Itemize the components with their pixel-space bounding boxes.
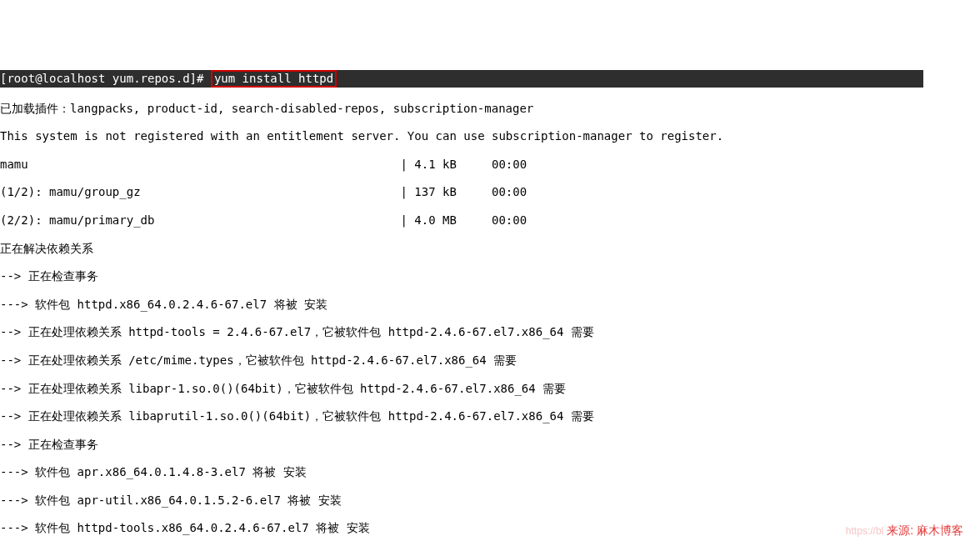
shell-prompt: [root@localhost yum.repos.d]# [0, 72, 211, 85]
output-line: --> 正在处理依赖关系 libaprutil-1.so.0()(64bit)，… [0, 409, 980, 423]
output-line: ---> 软件包 httpd.x86_64.0.2.4.6-67.el7 将被 … [0, 298, 980, 312]
command-highlight: yum install httpd [211, 70, 337, 88]
output-line: This system is not registered with an en… [0, 129, 980, 143]
output-line: ---> 软件包 apr.x86_64.0.1.4.8-3.el7 将被 安装 [0, 465, 980, 479]
terminal-output: [root@localhost yum.repos.d]# yum instal… [0, 56, 980, 546]
watermark: https://bl来源: 麻木博客 [839, 509, 963, 538]
output-line: (2/2): mamu/primary_db | 4.0 MB 00:00 [0, 213, 980, 228]
watermark-main: 来源: 麻木博客 [887, 523, 963, 537]
output-line: --> 正在处理依赖关系 httpd-tools = 2.4.6-67.el7，… [0, 325, 980, 339]
output-line: 已加载插件：langpacks, product-id, search-disa… [0, 102, 980, 116]
output-line: mamu | 4.1 kB 00:00 [0, 158, 980, 172]
prompt-line[interactable]: [root@localhost yum.repos.d]# yum instal… [0, 70, 923, 88]
output-line: ---> 软件包 apr-util.x86_64.0.1.5.2-6.el7 将… [0, 493, 980, 508]
output-line: ---> 软件包 httpd-tools.x86_64.0.2.4.6-67.e… [0, 521, 980, 535]
output-line: --> 正在处理依赖关系 libapr-1.so.0()(64bit)，它被软件… [0, 382, 980, 396]
output-line: 正在解决依赖关系 [0, 242, 980, 256]
output-line: --> 正在检查事务 [0, 269, 980, 283]
output-line: --> 正在处理依赖关系 /etc/mime.types，它被软件包 httpd… [0, 353, 980, 368]
output-line: (1/2): mamu/group_gz | 137 kB 00:00 [0, 185, 980, 199]
output-line: --> 正在检查事务 [0, 438, 980, 452]
watermark-faint: https://bl [846, 525, 883, 537]
